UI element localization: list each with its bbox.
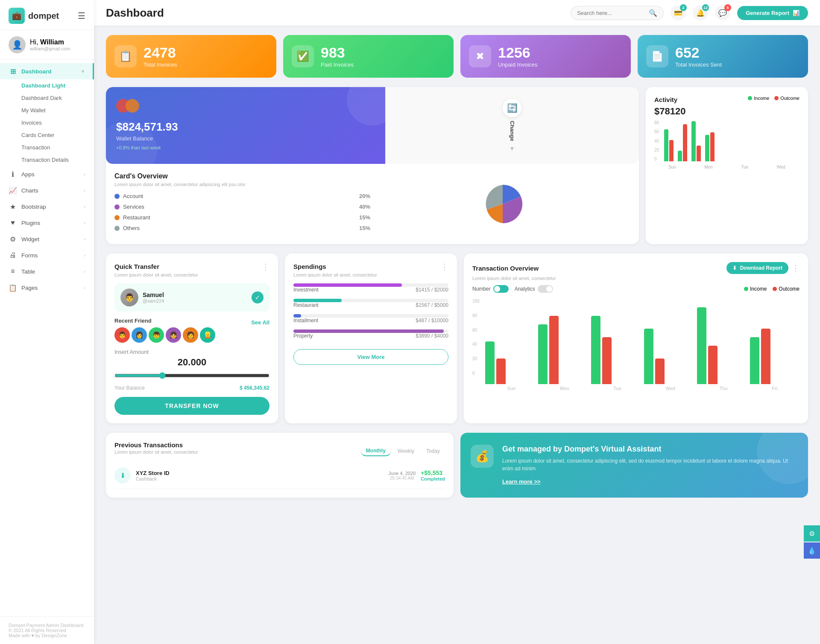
see-all-link[interactable]: See All — [251, 319, 269, 326]
main-content: Dashboard 🔍 💳 2 🔔 12 💬 5 Generate Report… — [94, 0, 820, 644]
dots-menu-spendings[interactable]: ⋮ — [441, 262, 448, 271]
subnav-cards-center[interactable]: Cards Center — [13, 129, 94, 141]
restaurant-label: Restaurant — [123, 214, 356, 221]
services-label: Services — [123, 204, 356, 210]
bootstrap-icon: ★ — [9, 202, 17, 211]
stat-card-paid-invoices: ✅ 983 Paid Invoices — [283, 35, 454, 78]
subnav-invoices[interactable]: Invoices — [13, 117, 94, 129]
bar-mon-income — [678, 151, 682, 161]
analytics-toggle[interactable] — [538, 285, 553, 293]
avatar: 👤 — [9, 36, 26, 53]
cards-overview-grid: Card's Overview Lorem ipsum dolor sit am… — [114, 172, 630, 236]
friend-avatar-3[interactable]: 👦 — [149, 327, 164, 343]
stat-card-total-sent: 📄 652 Total Invoices Sent — [638, 35, 808, 78]
chevron-right-icon-plugins: › — [84, 220, 85, 225]
nav-label-forms: Forms — [21, 252, 38, 259]
label-mon: Mon — [704, 165, 712, 169]
info-float-button[interactable]: 💧 — [804, 542, 820, 559]
prev-tx-header: Previous Transactions Lorem ipsum dolor … — [114, 441, 445, 460]
dots-menu-tx[interactable]: ⋮ — [792, 263, 800, 273]
bell-icon-btn[interactable]: 🔔 12 — [693, 5, 708, 20]
generate-report-button[interactable]: Generate Report 📊 — [737, 6, 808, 20]
search-input[interactable] — [577, 10, 645, 16]
total-sent-icon: 📄 — [646, 45, 668, 67]
friend-avatar-6[interactable]: 👱 — [200, 327, 215, 343]
tab-monthly[interactable]: Monthly — [361, 446, 391, 456]
dots-menu-transfer[interactable]: ⋮ — [262, 262, 269, 271]
subnav-transaction-details[interactable]: Transaction Details — [13, 154, 94, 166]
hamburger-icon[interactable]: ☰ — [78, 11, 85, 21]
total-invoices-number: 2478 — [144, 45, 177, 60]
settings-float-button[interactable]: ⚙ — [804, 525, 820, 542]
tx-income-label: Income — [750, 286, 767, 292]
nav-section: ⊞ Dashboard ▾ Dashboard Light Dashboard … — [0, 60, 94, 299]
tx-row-name: XYZ Store ID — [136, 470, 384, 476]
wallet-icon-btn[interactable]: 💳 2 — [671, 5, 686, 20]
nav-item-pages[interactable]: 📋 Pages › — [0, 280, 94, 296]
nav-item-apps[interactable]: ℹ Apps › — [0, 166, 94, 182]
tx-bar-tue-outcome — [602, 337, 612, 384]
topbar: Dashboard 🔍 💳 2 🔔 12 💬 5 Generate Report… — [94, 0, 820, 26]
transfer-now-button[interactable]: TRANSFER NOW — [114, 397, 269, 415]
wallet-amount: $824,571.93 — [116, 120, 375, 134]
wallet-change-button[interactable]: 🔄 Change ▾ — [385, 87, 639, 164]
activity-bar-groups — [664, 121, 800, 161]
va-icon: 💰 — [471, 445, 494, 468]
wallet-badge: 2 — [680, 4, 687, 11]
wallet-overview-card: $824,571.93 Wallet Balance +0.8% than la… — [106, 87, 639, 244]
va-desc: Lorem ipsum dolor sit amet, consectetur … — [502, 457, 798, 472]
nav-item-widget[interactable]: ⚙ Widget › — [0, 231, 94, 247]
subnav-transaction[interactable]: Transaction — [13, 141, 94, 154]
previous-transactions-card: Previous Transactions Lorem ipsum dolor … — [106, 433, 454, 498]
number-toggle[interactable] — [493, 285, 509, 293]
nav-item-bootstrap[interactable]: ★ Bootstrap › — [0, 198, 94, 215]
tab-today[interactable]: Today — [421, 446, 445, 456]
tx-label-tue: Tue — [613, 386, 621, 391]
footer-line2: © 2021 All Rights Reserved — [9, 628, 85, 633]
account-pct: 20% — [359, 193, 370, 199]
nav-item-table[interactable]: ≡ Table › — [0, 263, 94, 280]
subnav-dashboard-dark[interactable]: Dashboard Dark — [13, 92, 94, 104]
contact-info: Samuel @sam224 — [143, 291, 164, 303]
subnav-dashboard-light[interactable]: Dashboard Light — [13, 79, 94, 92]
spending-property: Property $3890 / $4000 — [293, 329, 448, 339]
sidebar: 💼 dompet ☰ 👤 Hi, William william@gmail.c… — [0, 0, 94, 644]
total-sent-info: 652 Total Invoices Sent — [675, 45, 722, 68]
bar-group-tue — [691, 121, 701, 161]
income-label: Income — [754, 96, 769, 101]
chevron-right-icon-bootstrap: › — [84, 204, 85, 209]
amount-slider[interactable] — [114, 372, 269, 379]
analytics-toggle-group: Analytics — [515, 285, 553, 293]
nav-item-dashboard[interactable]: ⊞ Dashboard ▾ — [0, 63, 94, 79]
dashboard-icon: ⊞ — [9, 67, 17, 76]
view-more-button[interactable]: View More — [293, 349, 448, 365]
dot-services — [114, 204, 120, 210]
contact-name: Samuel — [143, 291, 164, 298]
greeting-text: Hi, — [30, 38, 38, 46]
plugins-icon: ♥ — [9, 219, 17, 227]
nav-item-forms[interactable]: 🖨 Forms › — [0, 247, 94, 263]
friend-avatar-2[interactable]: 👩 — [132, 327, 147, 343]
widget-icon: ⚙ — [9, 235, 17, 243]
bar-group-wed — [705, 132, 715, 161]
property-label: Property — [293, 333, 313, 339]
recent-label: Recent Friend — [114, 318, 152, 324]
tx-bar-thu-income — [697, 307, 706, 384]
chevron-right-icon-pages: › — [84, 285, 85, 290]
tab-weekly[interactable]: Weekly — [392, 446, 419, 456]
nav-item-plugins[interactable]: ♥ Plugins › — [0, 215, 94, 231]
download-report-button[interactable]: ⬇ Download Report — [726, 262, 788, 274]
property-bar-bg — [293, 329, 448, 333]
dot-account — [114, 194, 120, 199]
download-icon: ⬇ — [732, 265, 737, 271]
chat-icon-btn[interactable]: 💬 5 — [715, 5, 730, 20]
friend-avatar-5[interactable]: 🧑 — [183, 327, 198, 343]
sidebar-logo: 💼 dompet ☰ — [0, 0, 94, 30]
nav-item-charts[interactable]: 📈 Charts › — [0, 182, 94, 198]
unpaid-invoices-label: Unpaid Invoices — [498, 61, 538, 68]
bell-badge: 12 — [702, 4, 709, 11]
subnav-my-wallet[interactable]: My Wallet — [13, 104, 94, 117]
friend-avatar-4[interactable]: 👧 — [166, 327, 181, 343]
va-learn-more-link[interactable]: Learn more >> — [502, 478, 541, 485]
friend-avatar-1[interactable]: 👨 — [114, 327, 130, 343]
